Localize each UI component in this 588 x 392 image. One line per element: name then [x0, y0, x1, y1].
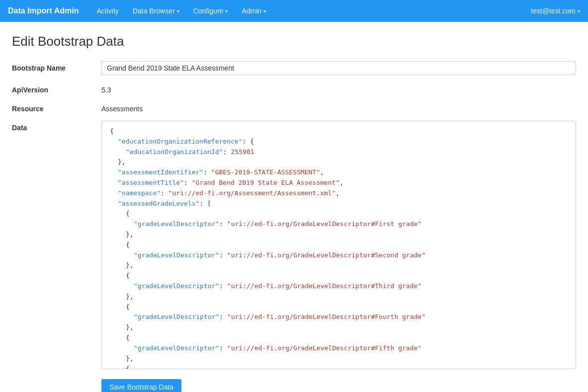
data-label: Data: [12, 121, 101, 132]
data-row: Data {"educationOrganizationReference": …: [12, 121, 576, 369]
data-editor-wrapper: {"educationOrganizationReference": {"edu…: [101, 121, 576, 369]
json-line: },: [110, 354, 568, 364]
main-content: Edit Bootstrap Data Bootstrap Name ApiVe…: [0, 22, 588, 392]
json-line: "educationOrganizationId": 255901: [110, 147, 568, 157]
json-line: "namespace": "uri://ed-fi.org/Assessment…: [110, 188, 568, 199]
resource-row: Resource Assessments: [12, 102, 576, 113]
json-line: "gradeLevelDescriptor": "uri://ed-fi.org…: [110, 343, 568, 354]
save-bootstrap-button[interactable]: Save Bootstrap Data: [101, 379, 181, 392]
json-line: },: [110, 157, 568, 167]
nav-item-caret-icon: ▾: [225, 8, 228, 14]
json-line: {: [110, 364, 568, 369]
bootstrap-name-input[interactable]: [101, 61, 576, 75]
bootstrap-name-row: Bootstrap Name: [12, 61, 576, 75]
json-line: "gradeLevelDescriptor": "uri://ed-fi.org…: [110, 219, 568, 230]
api-version-value: 5.3: [101, 83, 111, 94]
json-line: },: [110, 292, 568, 302]
json-line: },: [110, 230, 568, 240]
json-line: {: [110, 126, 568, 137]
json-line: "assessedGradeLevels": [: [110, 199, 568, 209]
nav-item-activity[interactable]: Activity: [91, 4, 125, 18]
json-line: },: [110, 260, 568, 271]
api-version-row: ApiVersion 5.3: [12, 83, 576, 94]
json-line: "assessmentIdentifier": "GBES-2019-STATE…: [110, 167, 568, 178]
nav-item-configure[interactable]: Configure▾: [187, 4, 234, 18]
nav-item-caret-icon: ▾: [263, 8, 266, 14]
nav-user-label: test@test.com: [531, 7, 576, 15]
json-line: "gradeLevelDescriptor": "uri://ed-fi.org…: [110, 312, 568, 322]
nav-user[interactable]: test@test.com ▾: [531, 7, 580, 15]
nav-item-data-browser[interactable]: Data Browser▾: [127, 4, 185, 18]
nav-user-caret-icon: ▾: [578, 8, 580, 14]
api-version-label: ApiVersion: [12, 83, 101, 94]
data-editor-scroll[interactable]: {"educationOrganizationReference": {"edu…: [102, 121, 576, 369]
json-line: {: [110, 209, 568, 219]
json-line: "educationOrganizationReference": {: [110, 137, 568, 147]
json-line: {: [110, 271, 568, 281]
nav-item-admin[interactable]: Admin▾: [236, 4, 272, 18]
json-line: {: [110, 302, 568, 313]
app-brand: Data Import Admin: [8, 6, 79, 15]
json-line: "gradeLevelDescriptor": "uri://ed-fi.org…: [110, 250, 568, 261]
json-line: "gradeLevelDescriptor": "uri://ed-fi.org…: [110, 281, 568, 292]
json-line: "assessmentTitle": "Grand Bend 2019 Stat…: [110, 178, 568, 188]
resource-label: Resource: [12, 102, 101, 113]
navbar: Data Import Admin ActivityData Browser▾C…: [0, 0, 588, 22]
json-line: },: [110, 322, 568, 333]
page-title: Edit Bootstrap Data: [12, 34, 576, 49]
json-line: {: [110, 333, 568, 343]
nav-items: ActivityData Browser▾Configure▾Admin▾: [91, 4, 531, 18]
resource-value: Assessments: [101, 102, 143, 113]
bootstrap-name-label: Bootstrap Name: [12, 61, 101, 72]
nav-item-caret-icon: ▾: [177, 8, 179, 14]
json-line: {: [110, 240, 568, 250]
